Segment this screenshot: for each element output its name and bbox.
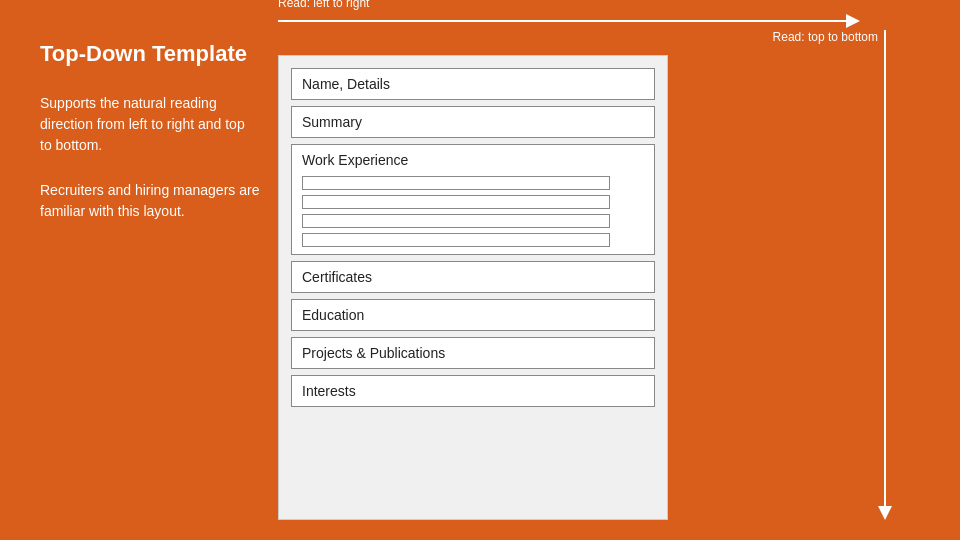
section-label-education: Education <box>302 307 364 323</box>
section-label-work-experience: Work Experience <box>302 152 644 168</box>
work-bar-1 <box>302 176 610 190</box>
section-label-summary: Summary <box>302 114 362 130</box>
section-name-details: Name, Details <box>291 68 655 100</box>
section-summary: Summary <box>291 106 655 138</box>
work-bars <box>302 176 644 247</box>
description-2: Recruiters and hiring managers are famil… <box>40 180 260 222</box>
section-certificates: Certificates <box>291 261 655 293</box>
arrow-vertical-label: Read: top to bottom <box>773 30 878 44</box>
section-label-certificates: Certificates <box>302 269 372 285</box>
arrow-vertical: Read: top to bottom <box>878 30 892 520</box>
resume-card: Name, Details Summary Work Experience Ce… <box>278 55 668 520</box>
arrow-horizontal-label: Read: left to right <box>278 0 369 10</box>
section-label-name-details: Name, Details <box>302 76 390 92</box>
section-work-experience: Work Experience <box>291 144 655 255</box>
section-label-projects-publications: Projects & Publications <box>302 345 445 361</box>
description-1: Supports the natural reading direction f… <box>40 93 260 156</box>
left-panel: Top-Down Template Supports the natural r… <box>40 40 260 246</box>
work-bar-3 <box>302 214 610 228</box>
section-label-interests: Interests <box>302 383 356 399</box>
arrow-horizontal-head <box>846 14 860 28</box>
arrow-horizontal-line <box>278 20 846 22</box>
work-bar-4 <box>302 233 610 247</box>
arrow-vertical-head <box>878 506 892 520</box>
arrow-horizontal: Read: left to right <box>278 14 860 28</box>
work-bar-2 <box>302 195 610 209</box>
page-title: Top-Down Template <box>40 40 260 69</box>
arrow-vertical-line <box>884 30 886 506</box>
section-education: Education <box>291 299 655 331</box>
section-projects-publications: Projects & Publications <box>291 337 655 369</box>
section-interests: Interests <box>291 375 655 407</box>
